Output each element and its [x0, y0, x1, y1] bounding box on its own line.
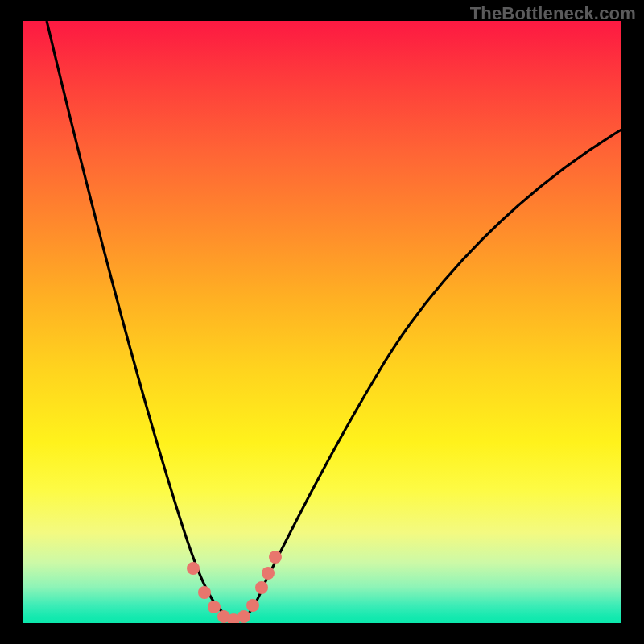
watermark-text: TheBottleneck.com: [470, 3, 636, 24]
svg-point-0: [187, 562, 200, 575]
svg-point-1: [198, 586, 211, 599]
bottleneck-curve: [47, 21, 621, 620]
svg-point-7: [255, 581, 268, 594]
svg-point-2: [208, 601, 221, 613]
svg-point-8: [262, 567, 275, 580]
curve-markers: [187, 551, 282, 623]
curve-layer: [23, 21, 621, 623]
svg-point-5: [237, 610, 250, 623]
svg-point-9: [269, 551, 282, 564]
chart-container: TheBottleneck.com: [0, 0, 644, 644]
svg-point-6: [246, 599, 259, 612]
plot-area: [23, 21, 621, 623]
